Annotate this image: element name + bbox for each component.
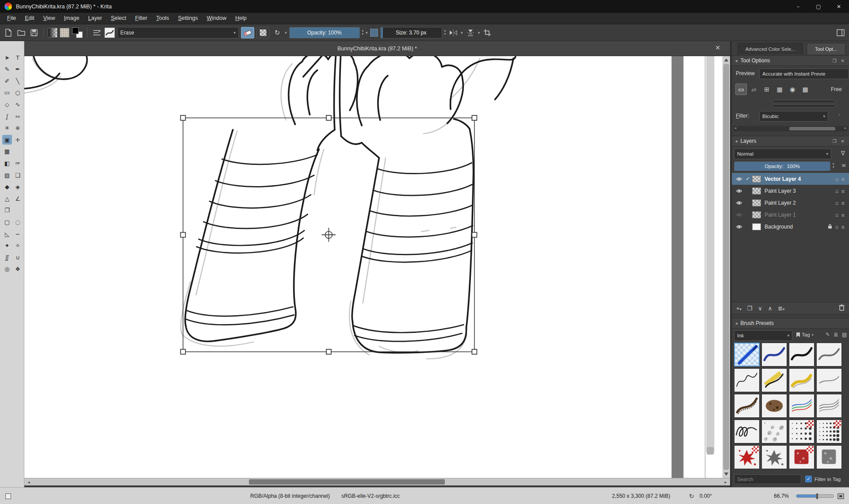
- move-tool[interactable]: ✛: [13, 135, 23, 145]
- layer-visibility-eye-icon[interactable]: [736, 200, 743, 206]
- menu-file[interactable]: File: [3, 13, 20, 24]
- trim-canvas-icon[interactable]: [482, 27, 493, 38]
- document-close-icon[interactable]: ✕: [715, 44, 720, 51]
- preset-ink-ballpen[interactable]: [734, 343, 760, 367]
- preset-halftone-dots[interactable]: [789, 420, 815, 443]
- chevron-down-icon[interactable]: ▾: [461, 31, 463, 35]
- pattern-chooser[interactable]: [60, 28, 69, 38]
- new-document-icon[interactable]: [3, 27, 14, 38]
- calligraphy-tool[interactable]: ✒: [13, 65, 23, 74]
- bezier-select-tool[interactable]: ∬: [2, 252, 12, 262]
- preset-marker-highlight[interactable]: [761, 368, 787, 392]
- float-docker-icon[interactable]: ❐: [833, 58, 837, 63]
- polygon-tool[interactable]: ◇: [2, 99, 12, 109]
- opacity-spinner[interactable]: ▴▾: [362, 29, 364, 36]
- preset-loop-pen[interactable]: [734, 420, 760, 443]
- pan-tool[interactable]: ❖: [13, 264, 23, 274]
- multibrush-tool[interactable]: ※: [13, 123, 23, 133]
- layer-style-icon[interactable]: ▫: [835, 212, 838, 218]
- gradient-chooser[interactable]: [48, 28, 57, 38]
- layer-properties-button[interactable]: ≣▾: [778, 305, 784, 312]
- vertical-mirror-icon[interactable]: [465, 27, 476, 38]
- blend-mode-dropdown[interactable]: Normal▾: [734, 149, 831, 159]
- canvas-rotation-icon[interactable]: ↻: [689, 488, 694, 504]
- ellipse-tool[interactable]: ○: [13, 88, 23, 98]
- layer-row-paint-layer-3[interactable]: Paint Layer 3▫α: [732, 185, 849, 197]
- layer-options-menu-icon[interactable]: ≡: [841, 162, 846, 168]
- layer-row-background[interactable]: Background▫α: [732, 221, 849, 233]
- line-tool[interactable]: ╲: [13, 76, 23, 86]
- freehand-select-tool[interactable]: ∽: [13, 229, 23, 239]
- menu-help[interactable]: Help: [231, 13, 251, 24]
- horizontal-mirror-icon[interactable]: [448, 27, 459, 38]
- preset-ink-marker-blue[interactable]: [761, 343, 787, 367]
- tag-button[interactable]: Tag ▾: [796, 332, 814, 337]
- layer-thumbnail[interactable]: [752, 211, 761, 218]
- tab-advanced-color-selector[interactable]: Advanced Color Sele...: [738, 43, 803, 54]
- preset-charcoal-fuzz[interactable]: [761, 420, 787, 443]
- transform-tool[interactable]: ▣: [2, 135, 12, 145]
- menu-window[interactable]: Window: [203, 13, 231, 24]
- zoom-tool[interactable]: ◎: [2, 264, 12, 274]
- filter-option-icon[interactable]: ◦: [838, 112, 841, 118]
- tool-options-scrollbar[interactable]: ◂ ▸: [734, 126, 847, 131]
- freehand-path-tool[interactable]: ∾: [13, 111, 23, 121]
- menu-edit[interactable]: Edit: [20, 13, 39, 24]
- tool-options-header[interactable]: ▪ Tool Options ❐✕: [732, 55, 849, 66]
- foreground-background-colors[interactable]: [72, 27, 83, 38]
- preset-fineliner[interactable]: [734, 368, 760, 392]
- brush-preset-combo[interactable]: Erase ▾: [117, 27, 239, 38]
- perspective-mode[interactable]: ▱: [748, 84, 760, 95]
- selection-indicator-icon[interactable]: [5, 493, 11, 499]
- menu-view[interactable]: View: [39, 13, 60, 24]
- layer-row-paint-layer-2[interactable]: Paint Layer 2▫α: [732, 197, 849, 209]
- close-button[interactable]: ✕: [829, 0, 849, 13]
- menu-layer[interactable]: Layer: [84, 13, 106, 24]
- brush-editor-icon[interactable]: [92, 27, 102, 38]
- bezier-curve-tool[interactable]: ∫: [2, 111, 12, 121]
- scroll-right-icon[interactable]: ▸: [722, 479, 729, 485]
- alpha-lock-icon[interactable]: α: [841, 200, 845, 206]
- chevron-down-icon[interactable]: ▾: [285, 31, 287, 35]
- tab-tool-options[interactable]: Tool Opt...: [807, 43, 845, 54]
- layer-thumbnail[interactable]: [752, 199, 761, 206]
- preset-splat-red[interactable]: [734, 445, 760, 469]
- open-document-icon[interactable]: [16, 27, 27, 38]
- layer-check[interactable]: ✓: [745, 176, 751, 182]
- layer-opacity-slider[interactable]: Opacity:100%: [734, 161, 830, 171]
- free-transform-mode[interactable]: ▭: [735, 84, 747, 95]
- brush-tag-filter-dropdown[interactable]: Ink▾: [734, 330, 792, 341]
- freehand-brush-tool[interactable]: ✐: [2, 76, 12, 86]
- move-layer-down-button[interactable]: ∨: [758, 305, 762, 312]
- menu-settings[interactable]: Settings: [173, 13, 202, 24]
- move-layer-up-button[interactable]: ∧: [768, 305, 773, 312]
- layer-filter-funnel-icon[interactable]: ∇: [841, 150, 845, 157]
- horizontal-scrollbar-thumb[interactable]: [249, 479, 445, 485]
- alpha-lock-icon[interactable]: α: [841, 188, 845, 194]
- canvas-viewport[interactable]: [24, 56, 730, 478]
- layers-header[interactable]: ▪ Layers ❐✕: [732, 136, 849, 146]
- alpha-lock-icon[interactable]: α: [841, 212, 845, 218]
- warp-mode[interactable]: ⊞: [761, 84, 773, 95]
- preset-ink-brush-gray[interactable]: [816, 343, 842, 367]
- preset-scratch-gray[interactable]: [816, 394, 842, 418]
- chevron-down-icon[interactable]: ▾: [366, 31, 368, 35]
- color-sampler-tool[interactable]: ✑: [13, 158, 23, 168]
- delete-layer-button[interactable]: [839, 304, 845, 312]
- zoom-slider[interactable]: [796, 494, 834, 498]
- preset-stamp-gray[interactable]: [816, 445, 842, 469]
- horizontal-scrollbar[interactable]: ◂ ▸: [24, 478, 730, 485]
- close-docker-icon[interactable]: ✕: [841, 139, 845, 144]
- layer-style-icon[interactable]: ▫: [835, 176, 838, 182]
- menu-image[interactable]: Image: [60, 13, 84, 24]
- preset-pen-yellow[interactable]: [789, 368, 815, 392]
- select-shapes-tool[interactable]: ➤: [2, 53, 12, 62]
- polygonal-select-tool[interactable]: ◺: [2, 229, 12, 239]
- text-tool[interactable]: T: [13, 53, 23, 62]
- maximize-button[interactable]: ▢: [808, 0, 829, 13]
- float-docker-icon[interactable]: ❐: [833, 139, 837, 144]
- preset-pencil-brown[interactable]: [734, 394, 760, 418]
- brush-presets-header[interactable]: ▪ Brush Presets: [732, 318, 849, 328]
- workspace-chooser-icon[interactable]: [835, 27, 846, 38]
- layer-visibility-eye-icon[interactable]: [736, 188, 743, 194]
